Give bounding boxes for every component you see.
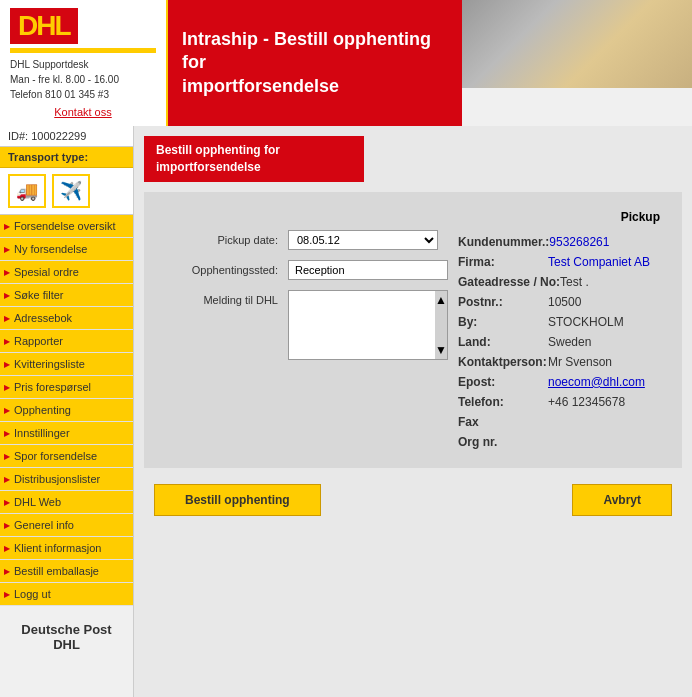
- sidebar-item-distribusjonslister[interactable]: Distribusjonslister: [0, 468, 133, 491]
- support-line1: DHL Supportdesk: [10, 57, 156, 72]
- land-value: Sweden: [548, 335, 591, 349]
- yellow-stripe: [10, 48, 156, 53]
- by-label: By:: [458, 315, 548, 329]
- info-firma: Firma: Test Companiet AB: [458, 254, 668, 270]
- header-title-area: Intraship - Bestill opphenting for impor…: [168, 0, 462, 126]
- kontaktperson-label: Kontaktperson:: [458, 355, 548, 369]
- info-fax: Fax: [458, 414, 668, 430]
- gateadresse-label: Gateadresse / No:: [458, 275, 560, 289]
- pickup-date-label: Pickup date:: [158, 234, 288, 246]
- by-value: STOCKHOLM: [548, 315, 624, 329]
- page-title-line1: Intraship - Bestill opphenting for: [182, 29, 431, 72]
- sidebar-nav: Forsendelse oversikt Ny forsendelse Spes…: [0, 215, 133, 606]
- melding-label: Melding til DHL: [158, 290, 288, 306]
- truck-icon-box[interactable]: 🚚: [8, 174, 46, 208]
- support-line3: Telefon 810 01 345 #3: [10, 87, 156, 102]
- support-line2: Man - fre kl. 8.00 - 16.00: [10, 72, 156, 87]
- kontaktperson-value: Mr Svenson: [548, 355, 612, 369]
- sidebar-item-bestill-emballasje[interactable]: Bestill emballasje: [0, 560, 133, 583]
- section-title-line1: Bestill opphenting for: [156, 143, 280, 157]
- buttons-row: Bestill opphenting Avbryt: [144, 484, 682, 516]
- sidebar-id: ID#: 100022299: [0, 126, 133, 147]
- opphentingssted-label: Opphentingssted:: [158, 264, 288, 276]
- page-title: Intraship - Bestill opphenting for impor…: [182, 28, 448, 98]
- land-label: Land:: [458, 335, 548, 349]
- form-info-wrapper: Pickup date: 08.05.12 Opphentingssted:: [158, 206, 668, 454]
- postnr-value: 10500: [548, 295, 581, 309]
- sidebar-footer: Deutsche Post DHL: [0, 606, 133, 668]
- info-postnr: Postnr.: 10500: [458, 294, 668, 310]
- sidebar-item-adressebok[interactable]: Adressebok: [0, 307, 133, 330]
- postnr-label: Postnr.:: [458, 295, 548, 309]
- page-title-line2: importforsendelse: [182, 76, 339, 96]
- pickup-date-row: Pickup date: 08.05.12: [158, 230, 448, 250]
- info-epost: Epost: noecom@dhl.com: [458, 374, 668, 390]
- kundenummer-value: 953268261: [549, 235, 609, 249]
- opphentingssted-row: Opphentingssted:: [158, 260, 448, 280]
- form-left: Pickup date: 08.05.12 Opphentingssted:: [158, 206, 448, 454]
- avbryt-button[interactable]: Avbryt: [572, 484, 672, 516]
- info-kontaktperson: Kontaktperson: Mr Svenson: [458, 354, 668, 370]
- info-panel: Pickup Kundenummer.: 953268261 Firma: Te…: [458, 206, 668, 454]
- bestill-opphenting-button[interactable]: Bestill opphenting: [154, 484, 321, 516]
- telefon-label: Telefon:: [458, 395, 548, 409]
- sidebar: ID#: 100022299 Transport type: 🚚 ✈️ Fors…: [0, 126, 134, 697]
- sidebar-item-ny-forsendelse[interactable]: Ny forsendelse: [0, 238, 133, 261]
- melding-textarea[interactable]: [289, 291, 447, 359]
- scrollbar-down-arrow: ▼: [435, 343, 447, 357]
- header: DHL DHL Supportdesk Man - fre kl. 8.00 -…: [0, 0, 692, 126]
- textarea-scrollbar: ▲ ▼: [435, 291, 447, 359]
- sidebar-item-forsendelse-oversikt[interactable]: Forsendelse oversikt: [0, 215, 133, 238]
- dhl-logo: DHL: [10, 8, 156, 44]
- info-by: By: STOCKHOLM: [458, 314, 668, 330]
- sidebar-item-klient-informasjon[interactable]: Klient informasjon: [0, 537, 133, 560]
- transport-label: Transport type:: [0, 147, 133, 168]
- pickup-header: Pickup: [458, 210, 668, 224]
- sidebar-item-logg-ut[interactable]: Logg ut: [0, 583, 133, 606]
- section-title-line2: importforsendelse: [156, 160, 261, 174]
- scrollbar-up-arrow: ▲: [435, 293, 447, 307]
- plane-icon: ✈️: [60, 180, 82, 202]
- sidebar-item-spesial-ordre[interactable]: Spesial ordre: [0, 261, 133, 284]
- opphentingssted-input[interactable]: [288, 260, 448, 280]
- org-label: Org nr.: [458, 435, 548, 449]
- dhl-logo-text: DHL: [10, 8, 78, 44]
- melding-input-area: ▲ ▼: [288, 290, 448, 360]
- header-logo-area: DHL DHL Supportdesk Man - fre kl. 8.00 -…: [0, 0, 168, 126]
- sidebar-item-rapporter[interactable]: Rapporter: [0, 330, 133, 353]
- fax-label: Fax: [458, 415, 548, 429]
- info-kundenummer: Kundenummer.: 953268261: [458, 234, 668, 250]
- truck-icon: 🚚: [16, 180, 38, 202]
- sidebar-item-spor-forsendelse[interactable]: Spor forsendelse: [0, 445, 133, 468]
- info-org: Org nr.: [458, 434, 668, 450]
- sidebar-item-generel-info[interactable]: Generel info: [0, 514, 133, 537]
- info-gateadresse: Gateadresse / No: Test .: [458, 274, 668, 290]
- info-land: Land: Sweden: [458, 334, 668, 350]
- telefon-value: +46 12345678: [548, 395, 625, 409]
- kundenummer-label: Kundenummer.:: [458, 235, 549, 249]
- support-text: DHL Supportdesk Man - fre kl. 8.00 - 16.…: [10, 57, 156, 102]
- melding-row: Melding til DHL ▲ ▼: [158, 290, 448, 360]
- epost-label: Epost:: [458, 375, 548, 389]
- firma-label: Firma:: [458, 255, 548, 269]
- sidebar-item-innstillinger[interactable]: Innstillinger: [0, 422, 133, 445]
- kontakt-link[interactable]: Kontakt oss: [10, 106, 156, 118]
- section-title: Bestill opphenting for importforsendelse: [144, 136, 364, 182]
- transport-icons: 🚚 ✈️: [0, 168, 133, 215]
- firma-value: Test Companiet AB: [548, 255, 650, 269]
- plane-icon-box[interactable]: ✈️: [52, 174, 90, 208]
- main-layout: ID#: 100022299 Transport type: 🚚 ✈️ Fors…: [0, 126, 692, 697]
- gateadresse-value: Test .: [560, 275, 589, 289]
- info-telefon: Telefon: +46 12345678: [458, 394, 668, 410]
- sidebar-item-pris-foresporsel[interactable]: Pris forespørsel: [0, 376, 133, 399]
- pickup-date-input-area: 08.05.12: [288, 230, 448, 250]
- form-panel: Pickup date: 08.05.12 Opphentingssted:: [144, 192, 682, 468]
- sidebar-item-opphenting[interactable]: Opphenting: [0, 399, 133, 422]
- sidebar-item-soke-filter[interactable]: Søke filter: [0, 284, 133, 307]
- sidebar-item-kvitteringsliste[interactable]: Kvitteringsliste: [0, 353, 133, 376]
- pickup-date-select[interactable]: 08.05.12: [288, 230, 438, 250]
- opphentingssted-input-area: [288, 260, 448, 280]
- melding-textarea-container: ▲ ▼: [288, 290, 448, 360]
- sidebar-item-dhl-web[interactable]: DHL Web: [0, 491, 133, 514]
- epost-value: noecom@dhl.com: [548, 375, 645, 389]
